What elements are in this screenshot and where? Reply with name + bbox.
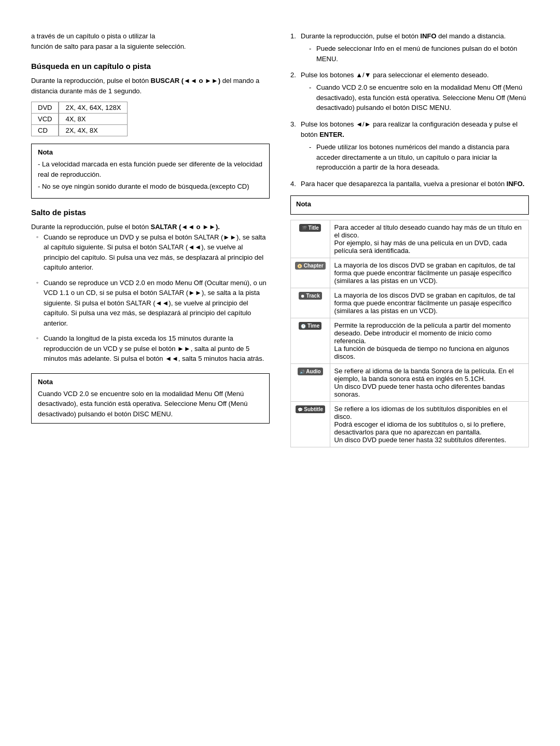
list-item: Cuando se reproduce un VCD 2.0 en modo M… [36,278,270,329]
icon-cell-audio: 🔊 Audio [291,363,330,401]
table-row: VCD 4X, 8X [32,114,128,125]
nota-title-bottom: Nota [38,378,263,386]
nota-right-title: Nota [296,200,523,208]
description-cell-time: Permite la reproducción de la película a… [330,318,528,363]
right-column: Durante la reproducción, pulse el botón … [290,31,529,447]
icon-cell-chapter: 📀 Chapter [291,258,330,288]
icon-cell-time: 🕐 Time [291,318,330,363]
table-row: 📀 Chapter La mayoría de los discos DVD s… [291,258,529,288]
intro-text: a través de un capítulo o pista o utiliz… [31,31,270,51]
info-table: 🎬 Title Para acceder al título deseado c… [290,220,529,447]
description-cell-title: Para acceder al título deseado cuando ha… [330,220,528,258]
table-row: DVD 2X, 4X, 64X, 128X [32,102,128,114]
list-item: Pulse los botones ◄/► para realizar la c… [290,119,529,173]
icon-cell-title: 🎬 Title [291,220,330,258]
section-busqueda-heading: Búsqueda en un capítulo o pista [31,62,270,71]
icon-cell-track: ⏺ Track [291,288,330,318]
description-cell-subtitle: Se refiere a los idiomas de los subtítul… [330,401,528,447]
list-item: Pulse los botones ▲/▼ para seleccionar e… [290,70,529,113]
speed-table: DVD 2X, 4X, 64X, 128X VCD 4X, 8X CD 2X, … [31,102,128,136]
list-item: Para hacer que desaparezca la pantalla, … [290,179,529,189]
section-salto-heading: Salto de pistas [31,208,270,217]
nota-title: Nota [38,148,263,156]
salto-bullet-list: Cuando se reproduce un DVD y se pulsa el… [31,232,270,364]
left-column: a través de un capítulo o pista o utiliz… [31,31,270,447]
nota-box-busqueda: Nota - La velocidad marcada en esta func… [31,144,270,199]
list-item: Cuando la longitud de la pista exceda lo… [36,333,270,364]
description-cell-audio: Se refiere al idioma de la banda Sonora … [330,363,528,401]
description-cell-chapter: La mayoría de los discos DVD se graban e… [330,258,528,288]
section-busqueda: Búsqueda en un capítulo o pista Durante … [31,62,270,199]
table-row: 💬 Subtitle Se refiere a los idiomas de l… [291,401,529,447]
table-row: CD 2X, 4X, 8X [32,125,128,136]
section-busqueda-body: Durante la reproducción, pulse el botón … [31,76,270,96]
numbered-list: Durante la reproducción, pulse el botón … [290,31,529,189]
table-row: 🎬 Title Para acceder al título deseado c… [291,220,529,258]
nota-box-bottom: Nota Cuando VCD 2.0 se encuentre solo en… [31,373,270,424]
list-item: Cuando se reproduce un DVD y se pulsa el… [36,232,270,273]
table-row: 🕐 Time Permite la reproducción de la pel… [291,318,529,363]
list-item: Durante la reproducción, pulse el botón … [290,31,529,64]
table-row: 🔊 Audio Se refiere al idioma de la banda… [291,363,529,401]
table-row: ⏺ Track La mayoría de los discos DVD se … [291,288,529,318]
description-cell-track: La mayoría de los discos DVD se graban e… [330,288,528,318]
icon-cell-subtitle: 💬 Subtitle [291,401,330,447]
nota-right: Nota [290,195,529,215]
section-salto: Salto de pistas Durante la reproducción,… [31,208,270,364]
